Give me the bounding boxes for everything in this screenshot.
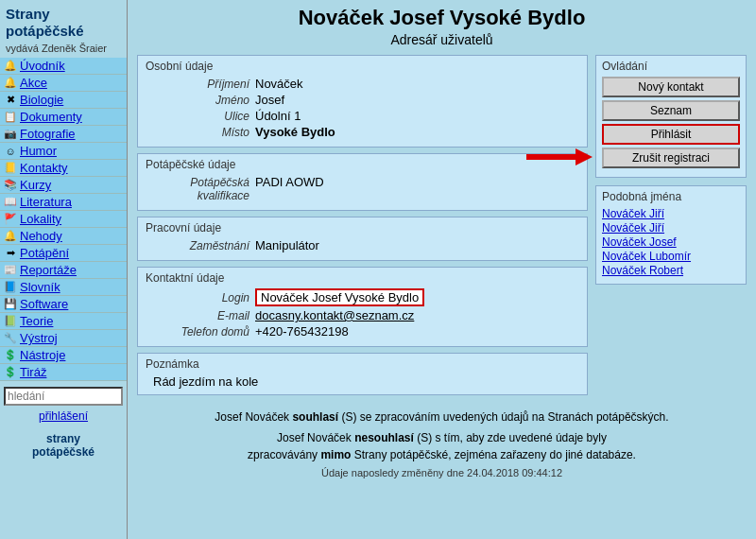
sidebar-link[interactable]: Reportáže: [20, 263, 77, 277]
similar-name-link[interactable]: Nováček Jiří: [602, 207, 740, 220]
sidebar-link[interactable]: Potápění: [20, 246, 69, 260]
field-value-telefon: +420-765432198: [255, 324, 349, 339]
sidebar-nav: 🔔Úvodník🔔Akce✖Biologie📋Dokumenty📷Fotogra…: [0, 58, 127, 381]
page-subtitle: Adresář uživatelů: [137, 32, 747, 47]
sidebar-icon: 🔔: [4, 230, 17, 242]
sidebar-icon: 📷: [4, 128, 17, 140]
sidebar-item-fotografie[interactable]: 📷Fotografie: [0, 126, 127, 143]
seznam-button[interactable]: Seznam: [602, 100, 740, 121]
red-arrow: [526, 147, 593, 167]
field-value-ulice: Údolní 1: [255, 109, 301, 123]
right-column: Ovládání Nový kontakt Seznam Přihlásit Z…: [595, 55, 747, 401]
sidebar-item-nehody[interactable]: 🔔Nehody: [0, 228, 127, 245]
sidebar-icon: ✖: [4, 94, 17, 106]
sidebar-link[interactable]: Výstroj: [20, 331, 58, 345]
work-section: Pracovní údaje Zaměstnání Manipulátor: [137, 217, 588, 261]
field-row: Příjmení Nováček: [146, 77, 579, 91]
similar-name-link[interactable]: Nováček Josef: [602, 235, 740, 249]
field-value-email[interactable]: docasny.kontakt@seznam.cz: [255, 308, 414, 322]
prihlasit-button[interactable]: Přihlásit: [602, 124, 740, 145]
contact-section: Kontaktní údaje Login Nováček Josef Vyso…: [137, 267, 588, 347]
sidebar-link[interactable]: Úvodník: [20, 59, 65, 73]
sidebar-item-nstroje[interactable]: 💲Nástroje: [0, 347, 127, 364]
field-label-jmeno: Jméno: [146, 94, 249, 107]
search-input[interactable]: [4, 387, 123, 406]
sidebar-link[interactable]: Software: [20, 297, 68, 311]
sidebar-icon: 🔔: [4, 60, 17, 72]
search-box: [4, 387, 123, 406]
similar-name-link[interactable]: Nováček Robert: [602, 264, 740, 277]
similar-name-link[interactable]: Nováček Lubomír: [602, 250, 740, 263]
field-label-ulice: Ulice: [146, 110, 249, 123]
sidebar-item-slovnk[interactable]: 📘Slovník: [0, 279, 127, 296]
field-row: Telefon domů +420-765432198: [146, 324, 579, 339]
site-title: Strany potápěčské: [0, 4, 127, 42]
sidebar-icon: 💲: [4, 349, 17, 361]
sidebar-link[interactable]: Slovník: [20, 280, 60, 294]
footer-line2: Josef Nováček nesouhlasí (S) s tím, aby …: [137, 429, 747, 463]
sidebar-item-akce[interactable]: 🔔Akce: [0, 75, 127, 92]
sidebar-link[interactable]: Teorie: [20, 314, 53, 328]
sidebar-icon: 📖: [4, 196, 17, 208]
sidebar-icon: 🔧: [4, 332, 17, 344]
sidebar-item-potpn[interactable]: ➡Potápění: [0, 245, 127, 262]
sidebar-link[interactable]: Kontakty: [20, 161, 68, 175]
field-row: Potápěčskákvalifikace PADI AOWD: [146, 175, 579, 202]
similar-section: Podobná jména Nováček JiříNováček JiříNo…: [595, 185, 747, 285]
left-column: Osobní údaje Příjmení Nováček Jméno Jose…: [137, 55, 588, 401]
note-section-title: Poznámka: [146, 357, 579, 371]
field-label-kvalifikace: Potápěčskákvalifikace: [146, 176, 249, 202]
svg-marker-0: [526, 148, 593, 165]
field-value-zamestnani: Manipulátor: [255, 238, 319, 252]
field-value-kvalifikace: PADI AOWD: [255, 175, 324, 189]
field-row: Jméno Josef: [146, 93, 579, 107]
sidebar-link[interactable]: Fotografie: [20, 127, 76, 141]
diving-section-title: Potápěčské údaje: [146, 158, 579, 171]
control-title: Ovládání: [602, 60, 740, 73]
sidebar-link[interactable]: Literatura: [20, 195, 72, 209]
sidebar-link[interactable]: Biologie: [20, 93, 63, 107]
sidebar-link[interactable]: Nástroje: [20, 348, 65, 362]
sidebar-link[interactable]: Humor: [20, 144, 57, 158]
sidebar-icon: 💲: [4, 366, 17, 378]
field-label-email: E-mail: [146, 309, 249, 322]
sidebar-link[interactable]: Tiráž: [20, 365, 46, 379]
sidebar-item-lokality[interactable]: 🚩Lokality: [0, 211, 127, 228]
sidebar-link[interactable]: Kurzy: [20, 178, 51, 192]
zrusit-button[interactable]: Zrušit registraci: [602, 148, 740, 168]
sidebar-icon: ➡: [4, 247, 17, 259]
note-section: Poznámka Rád jezdím na kole: [137, 353, 588, 395]
similar-name-link[interactable]: Nováček Jiří: [602, 221, 740, 235]
sidebar-item-vodnk[interactable]: 🔔Úvodník: [0, 58, 127, 75]
work-section-title: Pracovní údaje: [146, 221, 579, 235]
sidebar-item-dokumenty[interactable]: 📋Dokumenty: [0, 109, 127, 126]
sidebar-link[interactable]: Nehody: [20, 229, 62, 243]
sidebar-item-vstroj[interactable]: 🔧Výstroj: [0, 330, 127, 347]
new-contact-button[interactable]: Nový kontakt: [602, 77, 740, 97]
content-area: Osobní údaje Příjmení Nováček Jméno Jose…: [137, 55, 747, 401]
sidebar-icon: 📰: [4, 264, 17, 276]
sidebar-link[interactable]: Lokality: [20, 212, 61, 226]
sidebar-item-literatura[interactable]: 📖Literatura: [0, 194, 127, 211]
sidebar-item-biologie[interactable]: ✖Biologie: [0, 92, 127, 109]
sidebar-item-kontakty[interactable]: 📒Kontakty: [0, 160, 127, 177]
personal-section-title: Osobní údaje: [146, 60, 579, 73]
sidebar-item-teorie[interactable]: 📗Teorie: [0, 313, 127, 330]
sidebar-item-kurzy[interactable]: 📚Kurzy: [0, 177, 127, 194]
footer-line1: Josef Nováček souhlasí (S) se zpracování…: [137, 409, 747, 426]
sidebar-item-humor[interactable]: ☺Humor: [0, 143, 127, 160]
login-link[interactable]: přihlášení: [0, 409, 127, 423]
field-row: Místo Vysoké Bydlo: [146, 125, 579, 139]
sidebar-item-reporte[interactable]: 📰Reportáže: [0, 262, 127, 279]
sidebar-item-software[interactable]: 💾Software: [0, 296, 127, 313]
field-label-zamestnani: Zaměstnání: [146, 239, 249, 252]
similar-title: Podobná jména: [602, 190, 740, 203]
personal-section: Osobní údaje Příjmení Nováček Jméno Jose…: [137, 55, 588, 148]
sidebar-icon: 📚: [4, 179, 17, 191]
sidebar-link[interactable]: Akce: [20, 76, 47, 90]
field-value-misto: Vysoké Bydlo: [255, 125, 335, 139]
sidebar-icon: 📋: [4, 111, 17, 123]
sidebar-item-tir[interactable]: 💲Tiráž: [0, 364, 127, 381]
field-row: Login Nováček Josef Vysoké Bydlo: [146, 288, 579, 306]
sidebar-link[interactable]: Dokumenty: [20, 110, 82, 124]
